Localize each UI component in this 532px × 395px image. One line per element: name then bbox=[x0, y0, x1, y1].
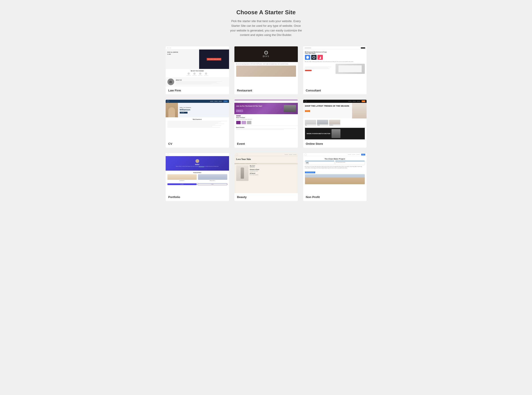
text-line bbox=[176, 81, 222, 82]
consultant-hero-title: We Empower Businesses to Forge Their Own… bbox=[305, 51, 327, 54]
event-blocks bbox=[236, 121, 296, 124]
portfolio-work-title: Featured Work bbox=[168, 172, 227, 173]
beauty-feature: Why Divi? Vitamin Enriched bbox=[250, 165, 296, 168]
store-banner: WHERE FASHION MEETS FUNCTION bbox=[305, 128, 365, 139]
starter-site-card[interactable]: Shop SHOP THE LATEST TRENDS OF THE SEASO… bbox=[303, 100, 367, 148]
cv-hero-text: Hello, I'm Cameron Williamson Contact Me bbox=[178, 103, 229, 117]
consultant-nav-logo bbox=[304, 48, 311, 48]
portfolio-preview: Hello! My name is Brian, I'm a Senior Pr… bbox=[166, 153, 229, 193]
store-nav-link bbox=[357, 101, 360, 101]
starter-site-card[interactable]: We Empower Businesses to Forge Their Own… bbox=[303, 46, 367, 94]
law-icon-item bbox=[198, 72, 202, 76]
starter-site-card[interactable]: DOE & SMITHLAW GET A FREE CONSULTATION W… bbox=[166, 46, 229, 94]
beauty-feature-title: Why Divi? bbox=[250, 165, 296, 167]
law-logo: DOE & SMITHLAW bbox=[168, 51, 197, 55]
page-description: Pick the starter site that best suits yo… bbox=[228, 19, 304, 38]
consultant-icon-dark bbox=[311, 55, 317, 60]
nonprofit-hero-image bbox=[305, 174, 365, 184]
nonprofit-preview: Donate The Clean Water Project 1SM Capac… bbox=[303, 153, 367, 193]
consultant-preview: We Empower Businesses to Forge Their Own… bbox=[303, 46, 367, 87]
law-hero-left: DOE & SMITHLAW bbox=[166, 49, 199, 69]
restaurant-logo-text: DIVI bbox=[263, 55, 269, 58]
cv-work-item bbox=[168, 121, 227, 121]
store-hero-text: SHOP THE LATEST TRENDS OF THE SEASON Sho… bbox=[303, 103, 352, 118]
starter-site-card[interactable]: Donate The Clean Water Project 1SM Capac… bbox=[303, 153, 367, 201]
nav-dot bbox=[170, 48, 171, 48]
text-line bbox=[305, 68, 328, 68]
law-cta-button: GET A FREE CONSULTATION bbox=[207, 58, 221, 60]
law-icon-label bbox=[198, 75, 202, 76]
restaurant-logo-circle: D bbox=[264, 51, 268, 55]
nonprofit-cta-button: 50% of Connections Fund bbox=[305, 171, 315, 173]
restaurant-image bbox=[236, 66, 296, 77]
cv-person-silhouette bbox=[168, 107, 175, 117]
beauty-feature: Attentive to Detail Lorem ipsum dolor si… bbox=[250, 169, 296, 171]
card-label: Online Store bbox=[303, 140, 367, 148]
event-highlight bbox=[236, 115, 241, 116]
beauty-feature-text: Vitamin Enriched bbox=[250, 167, 296, 168]
event-block bbox=[241, 121, 246, 124]
cv-nav-links bbox=[210, 101, 222, 101]
law-nav-bar bbox=[166, 46, 229, 49]
consultant-icon-pink bbox=[318, 55, 323, 60]
store-nav: Shop bbox=[303, 100, 367, 103]
nonprofit-nav: Donate bbox=[303, 153, 367, 156]
card-label: Law Firm bbox=[166, 87, 229, 94]
starter-site-card[interactable]: D DIVI An award-winning dining experienc… bbox=[235, 46, 298, 94]
law-about-section: ⚖ ABOUT US bbox=[166, 77, 229, 87]
card-label: Portfolio bbox=[166, 193, 229, 201]
portfolio-link: digital experiences bbox=[199, 166, 204, 167]
law-hero: DOE & SMITHLAW GET A FREE CONSULTATION bbox=[166, 49, 229, 69]
starter-site-card[interactable]: Love Your Skin · Act Beautiful skin · Ac… bbox=[235, 153, 298, 201]
nav-dot bbox=[168, 48, 169, 48]
beauty-hero-title: Love Your Skin bbox=[236, 158, 296, 160]
consultant-sub-text: We have a habit of delivering transforma… bbox=[305, 61, 365, 62]
store-product-item: Glasses bbox=[317, 120, 328, 126]
nonprofit-stat-card: 1SM Capacity/yr bbox=[305, 161, 335, 165]
circle-icon bbox=[313, 56, 315, 59]
hexagon-icon bbox=[306, 56, 309, 59]
law-about-lines bbox=[176, 81, 227, 84]
nonprofit-nav-logo bbox=[304, 154, 307, 156]
card-label: Event bbox=[235, 140, 298, 148]
law-icon bbox=[193, 72, 196, 75]
beauty-feature-text: Pure and organic ingredients. bbox=[250, 174, 296, 175]
cv-nav-link bbox=[218, 101, 222, 101]
consultant-icon-blue bbox=[305, 55, 310, 60]
starter-site-card[interactable]: Contact Hello, I'm Cameron Williamson Co… bbox=[166, 100, 229, 148]
portfolio-nav-logo bbox=[167, 154, 169, 156]
store-banner-image bbox=[331, 129, 341, 138]
law-icon-label bbox=[192, 75, 197, 76]
law-icon-item bbox=[192, 72, 197, 76]
cv-work-items bbox=[168, 121, 227, 128]
starter-site-card[interactable]: Hello! My name is Brian, I'm a Senior Pr… bbox=[166, 153, 229, 201]
store-nav-logo bbox=[304, 100, 307, 102]
beauty-hero: Love Your Skin bbox=[235, 156, 298, 163]
portfolio-nav bbox=[166, 153, 229, 156]
store-product-item: Bag bbox=[305, 120, 316, 126]
portfolio-project: Trinity Beauty Co. bbox=[168, 174, 197, 181]
event-schedule: Event Schedule bbox=[235, 126, 298, 131]
text-line bbox=[305, 68, 330, 69]
button-text: View Work bbox=[180, 184, 184, 185]
law-icon bbox=[188, 72, 190, 75]
portfolio-hero-text: My name is Brian, I'm a Senior Product D… bbox=[176, 166, 219, 167]
cv-work-item bbox=[168, 126, 212, 127]
law-about-text: ABOUT US bbox=[176, 79, 227, 84]
consultant-cta-button bbox=[305, 70, 312, 71]
nonprofit-nav-link bbox=[352, 154, 355, 155]
event-hero-image bbox=[284, 105, 296, 112]
store-hero: SHOP THE LATEST TRENDS OF THE SEASON Sho… bbox=[303, 103, 367, 118]
event-about-text: Lorem ipsum dolor sit amet consectetur a… bbox=[236, 119, 296, 120]
portfolio-cta: View Work Contact bbox=[166, 182, 229, 186]
laptop-screen bbox=[338, 65, 362, 72]
starter-site-card[interactable]: Join Us For The Event Of The Year! Regis… bbox=[235, 100, 298, 148]
consultant-icons bbox=[305, 55, 365, 60]
cv-name: Williamson bbox=[180, 109, 227, 111]
beauty-marquee-text: · Act Beautiful skin · Act Beautiful ski… bbox=[235, 163, 257, 164]
portfolio-work: Featured Work Trinity Beauty Co. Mirage … bbox=[166, 171, 229, 182]
text-line bbox=[176, 82, 217, 82]
nav-dot bbox=[167, 48, 168, 48]
cv-work-item bbox=[168, 122, 221, 122]
law-section-title: WE GOT YOU COVERED bbox=[168, 70, 227, 71]
